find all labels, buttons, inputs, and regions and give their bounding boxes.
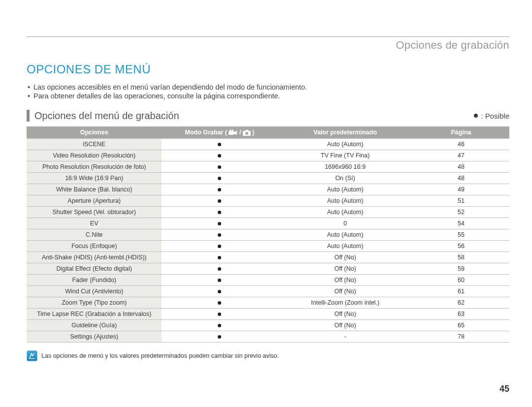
table-row: Video Resolution (Resolución)TV Fine (TV… <box>27 150 509 161</box>
cell-default: TV Fine (TV Fina) <box>278 150 413 161</box>
cell-page: 47 <box>413 150 509 161</box>
cell-default: - <box>278 331 413 343</box>
table-row: 16:9 Wide (16:9 Pan)On (Sí)48 <box>27 173 509 184</box>
legend-label: : Posible <box>481 112 509 120</box>
cell-mode <box>162 275 277 286</box>
cell-page: 56 <box>413 241 509 252</box>
svg-rect-2 <box>232 129 233 131</box>
cell-page: 78 <box>413 331 509 343</box>
table-row: Shutter Speed (Vel. obturador)Auto (Auto… <box>27 207 509 218</box>
col-options: Opciones <box>27 126 162 139</box>
possible-dot-icon <box>218 313 221 316</box>
possible-dot-icon <box>218 165 221 169</box>
cell-option: Photo Resolution (Resolución de foto) <box>27 161 162 173</box>
col-mode: Modo Grabar ( / ) <box>162 126 277 139</box>
cell-default: Off (No) <box>278 286 413 297</box>
possible-dot-icon <box>218 211 221 214</box>
cell-option: EV <box>27 218 162 229</box>
possible-dot-icon <box>218 177 221 180</box>
cell-page: 62 <box>413 297 509 309</box>
col-default: Valor predeterminado <box>278 126 413 139</box>
video-mode-icon <box>229 129 239 136</box>
possible-dot-icon <box>218 279 221 282</box>
cell-page: 65 <box>413 320 509 331</box>
note-item: Para obtener detalles de las operaciones… <box>27 92 509 100</box>
possible-dot-icon <box>218 188 221 191</box>
cell-option: Video Resolution (Resolución) <box>27 150 162 161</box>
sub-heading-text: Opciones del menú de grabación <box>34 110 179 122</box>
possible-dot-icon <box>218 267 221 271</box>
cell-option: Wind Cut (Antiviento) <box>27 286 162 297</box>
possible-dot-icon <box>218 256 221 259</box>
table-row: Aperture (Apertura)Auto (Autom)51 <box>27 195 509 207</box>
cell-page: 46 <box>413 139 509 150</box>
cell-page: 58 <box>413 252 509 263</box>
cell-option: White Balance (Bal. blanco) <box>27 184 162 195</box>
cell-page: 48 <box>413 173 509 184</box>
cell-page: 54 <box>413 218 509 229</box>
cell-page: 48 <box>413 161 509 173</box>
page-number: 45 <box>499 384 509 394</box>
cell-option: Zoom Type (Tipo zoom) <box>27 297 162 309</box>
cell-mode <box>162 252 277 263</box>
top-rule <box>27 36 509 37</box>
cell-option: Settings (Ajustes) <box>27 331 162 343</box>
cell-default: Auto (Autom) <box>278 241 413 252</box>
cell-option: Time Lapse REC (Grabación a Intervalos) <box>27 309 162 320</box>
cell-option: iSCENE <box>27 139 162 150</box>
table-row: Settings (Ajustes)-78 <box>27 331 509 343</box>
cell-option: Guideline (Guía) <box>27 320 162 331</box>
cell-option: Fader (Fundido) <box>27 275 162 286</box>
table-row: EV054 <box>27 218 509 229</box>
cell-mode <box>162 331 277 343</box>
cell-option: Shutter Speed (Vel. obturador) <box>27 207 162 218</box>
cell-default: Auto (Autom) <box>278 207 413 218</box>
possible-dot-icon <box>218 290 221 293</box>
cell-default: Off (No) <box>278 263 413 275</box>
cell-page: 61 <box>413 286 509 297</box>
table-row: C.NiteAuto (Autom)55 <box>27 229 509 241</box>
sub-heading: Opciones del menú de grabación <box>27 110 179 122</box>
table-row: Guideline (Guía)Off (No)65 <box>27 320 509 331</box>
intro-notes: Las opciones accesibles en el menú varía… <box>27 83 509 100</box>
possible-dot-icon <box>218 199 221 203</box>
table-row: Wind Cut (Antiviento)Off (No)61 <box>27 286 509 297</box>
heading-bar-icon <box>27 110 30 122</box>
photo-mode-icon <box>243 129 252 136</box>
table-row: Fader (Fundido)Off (No)60 <box>27 275 509 286</box>
cell-default: Off (No) <box>278 275 413 286</box>
col-page: Página <box>413 126 509 139</box>
possible-dot-icon <box>218 245 221 248</box>
possible-dot-icon <box>218 222 221 225</box>
footnote-text: Las opciones de menú y los valores prede… <box>41 352 279 359</box>
possible-dot-icon <box>218 335 221 339</box>
cell-default: Off (No) <box>278 252 413 263</box>
legend-dot-icon <box>474 114 478 118</box>
cell-option: Aperture (Apertura) <box>27 195 162 207</box>
cell-mode <box>162 241 277 252</box>
cell-mode <box>162 150 277 161</box>
table-header-row: Opciones Modo Grabar ( / ) Valor predete… <box>27 126 509 139</box>
legend: : Posible <box>474 112 509 120</box>
table-row: iSCENEAuto (Autom)46 <box>27 139 509 150</box>
cell-mode <box>162 184 277 195</box>
cell-mode <box>162 173 277 184</box>
cell-page: 51 <box>413 195 509 207</box>
svg-rect-4 <box>245 130 248 131</box>
table-row: White Balance (Bal. blanco)Auto (Autom)4… <box>27 184 509 195</box>
footnote: Las opciones de menú y los valores prede… <box>27 350 509 361</box>
cell-default: Auto (Autom) <box>278 229 413 241</box>
svg-rect-1 <box>230 129 231 131</box>
mode-prefix: Modo Grabar ( <box>185 129 227 136</box>
cell-page: 59 <box>413 263 509 275</box>
cell-mode <box>162 161 277 173</box>
cell-mode <box>162 309 277 320</box>
cell-mode <box>162 139 277 150</box>
mode-sep: / <box>239 129 243 136</box>
cell-default: Auto (Autom) <box>278 139 413 150</box>
cell-mode <box>162 297 277 309</box>
cell-page: 60 <box>413 275 509 286</box>
cell-default: Intelli-Zoom (Zoom intel.) <box>278 297 413 309</box>
cell-page: 63 <box>413 309 509 320</box>
possible-dot-icon <box>218 324 221 327</box>
